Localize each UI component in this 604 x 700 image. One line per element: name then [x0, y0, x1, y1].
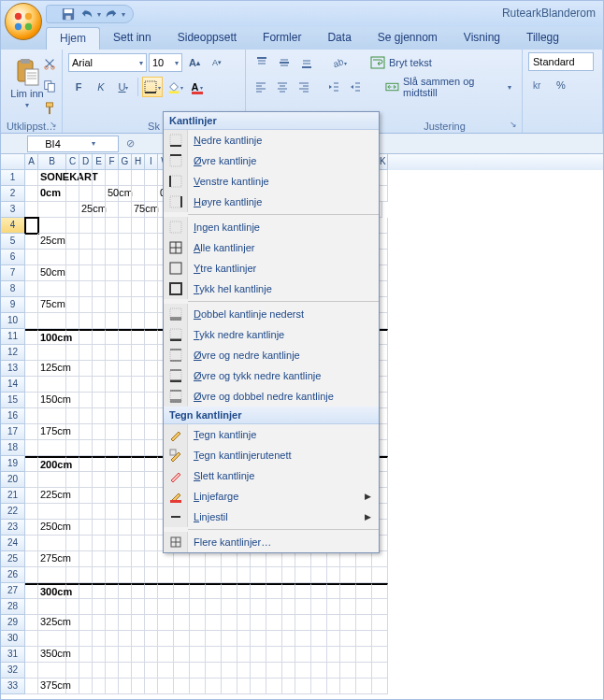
cell[interactable] — [132, 472, 145, 488]
column-header[interactable]: F — [106, 154, 119, 170]
cell[interactable] — [119, 345, 132, 361]
row-header[interactable]: 25 — [1, 551, 25, 567]
cell[interactable] — [93, 186, 106, 202]
cell[interactable] — [372, 631, 388, 647]
cell[interactable] — [25, 647, 38, 663]
border-draw-option[interactable]: Tegn kantlinjerutenett — [164, 445, 379, 465]
cell[interactable] — [106, 440, 119, 456]
cell[interactable] — [106, 504, 119, 520]
cell[interactable]: 75cm — [38, 297, 66, 313]
row-header[interactable]: 19 — [1, 456, 25, 472]
cell[interactable] — [93, 250, 106, 265]
cell[interactable] — [93, 313, 106, 329]
cell[interactable] — [119, 377, 132, 393]
cell[interactable] — [251, 679, 266, 694]
row-header[interactable]: 24 — [1, 536, 25, 551]
cell[interactable] — [372, 663, 388, 679]
cell[interactable] — [145, 536, 158, 551]
undo-dropdown-icon[interactable]: ▾ — [97, 10, 101, 19]
cell[interactable] — [295, 615, 311, 631]
cell[interactable] — [282, 551, 295, 567]
cell[interactable] — [282, 679, 295, 694]
cell[interactable] — [145, 440, 158, 456]
cell[interactable] — [106, 377, 119, 393]
row-header[interactable]: 28 — [1, 599, 25, 615]
column-header[interactable]: D — [79, 154, 93, 170]
wrap-text-button[interactable]: Bryt tekst — [366, 52, 437, 73]
cell[interactable] — [79, 599, 93, 615]
cell[interactable] — [266, 647, 282, 663]
cell[interactable] — [282, 567, 295, 583]
cell[interactable] — [327, 551, 340, 567]
cell[interactable] — [119, 313, 132, 329]
row-header[interactable]: 14 — [1, 377, 25, 393]
cell[interactable] — [106, 631, 119, 647]
cell[interactable] — [93, 218, 106, 234]
cell[interactable] — [251, 599, 266, 615]
cell[interactable]: 150cm — [38, 393, 66, 408]
cell[interactable] — [66, 265, 79, 281]
cell[interactable] — [222, 647, 237, 663]
cell[interactable] — [38, 663, 66, 679]
cell[interactable] — [340, 599, 356, 615]
cell[interactable] — [327, 583, 340, 599]
cell[interactable] — [25, 488, 38, 504]
column-header[interactable]: B — [38, 154, 66, 170]
cell[interactable]: 275cm — [38, 551, 66, 567]
cell[interactable] — [145, 663, 158, 679]
cell[interactable] — [356, 663, 372, 679]
cell[interactable] — [282, 615, 295, 631]
row-header[interactable]: 7 — [1, 265, 25, 281]
cell[interactable]: 0cm — [38, 186, 66, 202]
row-header[interactable]: 29 — [1, 615, 25, 631]
cell[interactable] — [106, 408, 119, 424]
cell[interactable] — [106, 202, 119, 218]
cell[interactable] — [266, 599, 282, 615]
cell[interactable] — [158, 663, 174, 679]
cell[interactable] — [119, 393, 132, 408]
border-option[interactable]: Øvre og tykk nedre kantlinje — [164, 365, 379, 386]
row-header[interactable]: 4 — [1, 218, 25, 234]
row-header[interactable]: 18 — [1, 440, 25, 456]
cell[interactable] — [38, 218, 66, 234]
cell[interactable]: 50cm — [38, 265, 66, 281]
cell[interactable] — [66, 361, 79, 377]
align-left-button[interactable] — [252, 77, 271, 97]
cell[interactable] — [132, 218, 145, 234]
cell[interactable] — [106, 583, 119, 599]
cell[interactable] — [132, 504, 145, 520]
cell[interactable] — [119, 456, 132, 472]
cell[interactable] — [295, 647, 311, 663]
cell[interactable] — [119, 170, 132, 186]
cell[interactable] — [119, 679, 132, 694]
cell[interactable] — [311, 599, 327, 615]
cell[interactable] — [145, 250, 158, 265]
cell[interactable] — [327, 615, 340, 631]
cell[interactable]: 25cm — [38, 234, 66, 250]
cell[interactable] — [25, 456, 38, 472]
cell[interactable] — [25, 679, 38, 694]
cell[interactable] — [295, 599, 311, 615]
cell[interactable] — [66, 599, 79, 615]
border-option[interactable]: Høyre kantlinje — [164, 192, 379, 212]
cell[interactable] — [25, 170, 38, 186]
cell[interactable] — [372, 615, 388, 631]
font-color-button[interactable]: A▾ — [187, 77, 208, 97]
cell[interactable] — [327, 647, 340, 663]
cell[interactable] — [340, 615, 356, 631]
cell[interactable] — [222, 615, 237, 631]
cell[interactable] — [356, 567, 372, 583]
cell[interactable] — [132, 345, 145, 361]
cell[interactable] — [132, 647, 145, 663]
cell[interactable]: 125cm — [38, 361, 66, 377]
cell[interactable] — [132, 631, 145, 647]
cell[interactable] — [206, 567, 222, 583]
cell[interactable] — [93, 377, 106, 393]
cell[interactable] — [25, 313, 38, 329]
font-name-combo[interactable]: Arial▾ — [68, 53, 147, 72]
cell[interactable] — [372, 583, 388, 599]
border-draw-option[interactable]: Slett kantlinje — [164, 465, 379, 486]
cell[interactable] — [93, 631, 106, 647]
cell[interactable] — [222, 567, 237, 583]
cell[interactable] — [25, 234, 38, 250]
